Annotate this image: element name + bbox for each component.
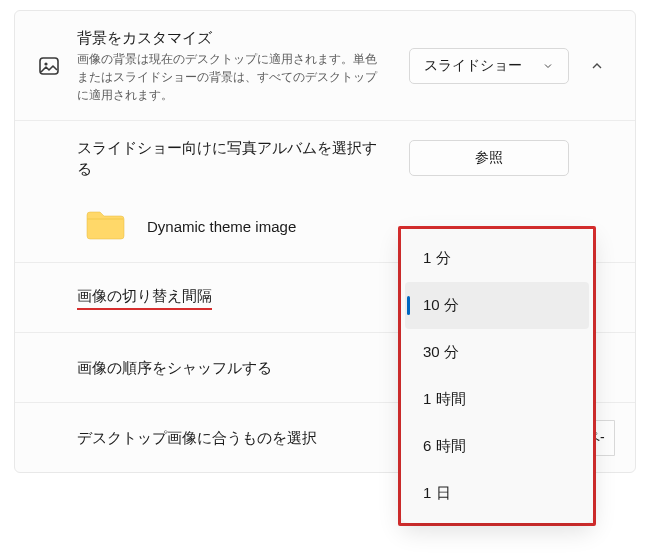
interval-option[interactable]: 10 分 [405, 282, 589, 329]
interval-option[interactable]: 6 時間 [405, 423, 589, 470]
interval-option[interactable]: 30 分 [405, 329, 589, 376]
album-folder-name: Dynamic theme image [147, 218, 296, 235]
image-icon [35, 54, 63, 78]
interval-dropdown-highlight: 1 分10 分30 分1 時間6 時間1 日 [398, 226, 596, 526]
choose-album-row: スライドショー向けに写真アルバムを選択する 参照 [15, 120, 635, 195]
interval-option[interactable]: 1 分 [405, 235, 589, 282]
collapse-section-button[interactable] [579, 48, 615, 84]
customize-background-row: 背景をカスタマイズ 画像の背景は現在のデスクトップに適用されます。単色またはスラ… [15, 11, 635, 120]
chevron-up-icon [589, 58, 605, 74]
interval-dropdown-menu[interactable]: 1 分10 分30 分1 時間6 時間1 日 [401, 229, 593, 523]
customize-title: 背景をカスタマイズ [77, 27, 385, 48]
browse-label: 参照 [475, 149, 503, 167]
interval-option[interactable]: 1 時間 [405, 376, 589, 423]
chevron-down-icon [542, 60, 554, 72]
choose-album-text: スライドショー向けに写真アルバムを選択する [77, 137, 395, 179]
shuffle-title: 画像の順序をシャッフルする [77, 357, 381, 378]
background-type-value: スライドショー [424, 57, 522, 75]
interval-option[interactable]: 1 日 [405, 470, 589, 517]
folder-icon [85, 209, 125, 244]
interval-title: 画像の切り替え間隔 [77, 285, 212, 310]
browse-button[interactable]: 参照 [409, 140, 569, 176]
svg-rect-0 [40, 58, 58, 74]
background-type-dropdown[interactable]: スライドショー [409, 48, 569, 84]
customize-text: 背景をカスタマイズ 画像の背景は現在のデスクトップに適用されます。単色またはスラ… [77, 27, 395, 104]
svg-point-1 [44, 62, 47, 65]
customize-desc: 画像の背景は現在のデスクトップに適用されます。単色またはスライドショーの背景は、… [77, 50, 385, 104]
choose-album-title: スライドショー向けに写真アルバムを選択する [77, 137, 385, 179]
